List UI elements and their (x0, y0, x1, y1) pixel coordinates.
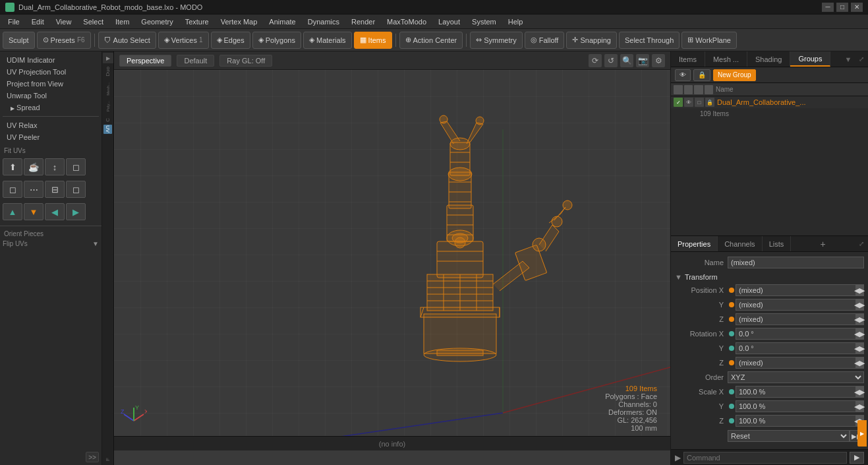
vp-tab-perspective[interactable]: Perspective (119, 55, 171, 67)
maximize-button[interactable]: □ (836, 3, 848, 12)
action-center-button[interactable]: ⊕ Action Center (399, 32, 463, 49)
lock-button[interactable]: 🔒 (693, 69, 710, 81)
expand-button[interactable]: >> (86, 452, 99, 462)
tool-icon-3[interactable]: ↕ (45, 158, 65, 175)
menu-maxtomode[interactable]: MaxToModo (382, 16, 432, 27)
viewport-icon-refresh[interactable]: ↺ (604, 54, 618, 67)
auto-select-button[interactable]: ⛉ Auto Select (98, 32, 156, 49)
arrow-right[interactable]: ▶ (66, 203, 86, 220)
arrow-left[interactable]: ◀ (45, 203, 65, 220)
polygons-button[interactable]: ◈ Polygons (252, 32, 301, 49)
menu-edit[interactable]: Edit (26, 16, 49, 27)
eye-toggle-button[interactable]: 👁 (675, 69, 691, 81)
name-prop-value[interactable]: (mixed) (728, 257, 864, 268)
group-check-icon[interactable]: ✓ (674, 98, 683, 107)
items-button[interactable]: ▦ Items (354, 32, 392, 49)
group-lock-icon[interactable]: 🔒 (705, 98, 714, 107)
sculpt-button[interactable]: Sculpt (3, 32, 35, 49)
panel-expand-button[interactable]: ⤢ (855, 51, 868, 67)
rotation-y-slider[interactable]: ◀▶ (855, 343, 863, 354)
select-through-button[interactable]: Select Through (619, 32, 680, 49)
props-tab-channels[interactable]: Channels (718, 236, 762, 251)
rotation-x-value[interactable]: 0.0 ° ◀▶ (736, 328, 864, 340)
rotation-x-slider[interactable]: ◀▶ (855, 328, 863, 339)
menu-file[interactable]: File (3, 16, 25, 27)
order-select[interactable]: XYZ (728, 371, 864, 383)
minimize-button[interactable]: ─ (822, 3, 834, 12)
symmetry-button[interactable]: ⇔ Symmetry (470, 32, 523, 49)
menu-texture[interactable]: Texture (180, 16, 214, 27)
menu-dynamics[interactable]: Dynamics (303, 16, 345, 27)
udim-indicator[interactable]: UDIM Indicator (3, 54, 99, 66)
props-add-button[interactable]: + (817, 236, 830, 251)
position-x-value[interactable]: (mixed) ◀▶ (736, 284, 864, 296)
workplane-button[interactable]: ⊞ WorkPlane (681, 32, 737, 49)
tab-items[interactable]: Items (671, 51, 705, 67)
position-z-slider[interactable]: ◀▶ (855, 314, 863, 325)
spread-tool[interactable]: ▶ Spread (3, 102, 99, 113)
viewport-icon-settings[interactable]: ⚙ (652, 54, 665, 67)
tool-icon-6[interactable]: ⋯ (24, 181, 43, 198)
edges-button[interactable]: ◈ Edges (211, 32, 250, 49)
unwrap-tool[interactable]: Unwrap Tool (3, 90, 99, 102)
tab-mesh[interactable]: Mesh ... (705, 51, 747, 67)
group-eye-icon[interactable]: 👁 (684, 98, 693, 107)
menu-help[interactable]: Help (503, 16, 529, 27)
viewport-icon-camera[interactable]: 📷 (636, 54, 649, 67)
vertices-button[interactable]: ◈ Vertices 1 (158, 32, 209, 49)
vp-tab-raygl[interactable]: Ray GL: Off (219, 55, 272, 67)
menu-geometry[interactable]: Geometry (136, 16, 178, 27)
position-y-value[interactable]: (mixed) ◀▶ (736, 299, 864, 311)
props-expand-button[interactable]: ⤢ (855, 236, 868, 251)
tab-expand-icon[interactable]: ▼ (842, 51, 855, 67)
position-z-value[interactable]: (mixed) ◀▶ (736, 313, 864, 325)
new-group-button[interactable]: New Group (713, 69, 756, 81)
tool-icon-2[interactable]: ☕ (24, 158, 43, 175)
falloff-button[interactable]: ◎ Falloff (525, 32, 565, 49)
reset-select[interactable]: Reset (728, 430, 850, 442)
arrow-down[interactable]: ▼ (24, 203, 43, 220)
command-input[interactable] (683, 452, 847, 464)
snapping-button[interactable]: ✛ Snapping (566, 32, 617, 49)
scale-y-value[interactable]: 100.0 % ◀▶ (736, 400, 864, 412)
group-box-icon[interactable]: □ (695, 98, 704, 107)
materials-button[interactable]: ◈ Materials (303, 32, 352, 49)
props-tab-lists[interactable]: Lists (763, 236, 792, 251)
strip-btn-1[interactable]: ▶ (103, 53, 113, 63)
menu-render[interactable]: Render (346, 16, 380, 27)
rotation-z-slider[interactable]: ◀▶ (855, 357, 863, 368)
titlebar-controls[interactable]: ─ □ ✕ (822, 3, 863, 12)
menu-view[interactable]: View (51, 16, 77, 27)
tab-shading[interactable]: Shading (747, 51, 790, 67)
menu-animate[interactable]: Animate (264, 16, 301, 27)
tool-icon-7[interactable]: ⊟ (45, 181, 65, 198)
scale-y-slider[interactable]: ◀▶ (855, 401, 863, 412)
rotation-y-value[interactable]: 0.0 ° ◀▶ (736, 342, 864, 354)
tool-icon-1[interactable]: ⬆ (3, 158, 22, 175)
tool-icon-8[interactable]: ◻ (66, 181, 86, 198)
presets-button[interactable]: ⊙ Presets F6 (37, 32, 91, 49)
scale-x-slider[interactable]: ◀▶ (855, 387, 863, 397)
close-button[interactable]: ✕ (851, 3, 863, 12)
tool-icon-4[interactable]: ◻ (66, 158, 86, 175)
props-tab-properties[interactable]: Properties (671, 236, 718, 251)
tool-icon-5[interactable]: ◻ (3, 181, 22, 198)
position-y-slider[interactable]: ◀▶ (855, 299, 863, 310)
menu-select[interactable]: Select (78, 16, 109, 27)
viewport-icon-search[interactable]: 🔍 (620, 54, 633, 67)
menu-system[interactable]: System (467, 16, 502, 27)
project-from-view[interactable]: Project from View (3, 78, 99, 90)
uv-projection-tool[interactable]: UV Projection Tool (3, 66, 99, 78)
scale-x-value[interactable]: 100.0 % ◀▶ (736, 386, 864, 398)
canvas-area[interactable]: RH (114, 70, 670, 450)
arrow-up[interactable]: ▲ (3, 203, 22, 220)
command-run-button[interactable]: ▶ (850, 452, 864, 464)
menu-item[interactable]: Item (110, 16, 134, 27)
flip-uvs-chevron[interactable]: ▼ (92, 240, 99, 247)
group-item-main[interactable]: ✓ 👁 □ 🔒 Dual_Arm_Collaborative_... (671, 96, 868, 108)
viewport-icon-rotate[interactable]: ⟳ (589, 54, 602, 67)
uv-peeler[interactable]: UV Peeler (3, 131, 99, 143)
menu-vertex-map[interactable]: Vertex Map (216, 16, 263, 27)
uv-relax[interactable]: UV Relax (3, 119, 99, 131)
menu-layout[interactable]: Layout (433, 16, 465, 27)
